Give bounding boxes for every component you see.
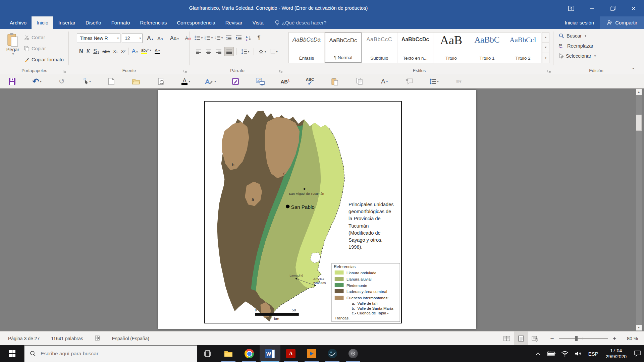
volume-indicator[interactable] [572, 345, 585, 362]
replace-button[interactable]: ab ac Reemplazar [559, 42, 596, 50]
proofing-status[interactable] [95, 335, 101, 342]
justify-button[interactable] [224, 47, 234, 56]
read-mode-button[interactable] [500, 331, 514, 346]
taskbar-word[interactable]: W [260, 345, 280, 362]
tab-revisar[interactable]: Revisar [220, 16, 248, 29]
copy-button[interactable]: Copiar [24, 45, 64, 53]
select-dropdown-caret[interactable]: ▾ [594, 54, 596, 58]
underline-button[interactable]: S▾ [92, 48, 101, 54]
tab-formato[interactable]: Formato [106, 16, 135, 29]
grow-font-button[interactable]: A▲ [145, 35, 156, 42]
font-color-quick-caret[interactable]: ▾ [189, 80, 190, 83]
search-input[interactable] [40, 350, 175, 357]
map-figure[interactable]: b c a San Miguel de Tucumán San Pablo La… [204, 101, 402, 323]
taskbar-search[interactable] [24, 345, 197, 362]
decrease-indent-button[interactable] [224, 34, 233, 42]
vertical-scrollbar[interactable]: ▲ ▼ [636, 88, 642, 331]
bullet-list-caret[interactable]: ▾ [201, 36, 203, 40]
highlight-color-button[interactable]: ab🖊▾ [140, 49, 153, 54]
language-indicator[interactable]: Español (España) [112, 336, 149, 341]
taskbar-media-player[interactable] [301, 345, 322, 362]
tab-referencias[interactable]: Referencias [135, 16, 172, 29]
align-right-button[interactable] [214, 47, 223, 56]
style-titulo-1[interactable]: AaBbC Título 1 [469, 33, 505, 63]
numbered-list-button[interactable]: 1 2 3 ▾ [204, 34, 213, 42]
text-effects-quick-caret[interactable]: ▾ [214, 80, 216, 83]
format-painter-button[interactable]: Copiar formato [24, 56, 64, 64]
style-titulo[interactable]: AaB Título [433, 33, 469, 63]
styles-gallery-expand-button[interactable]: ⇟ [542, 53, 549, 63]
tab-archivo[interactable]: Archivo [5, 16, 32, 29]
undo-button[interactable]: ↶ ▾ [30, 76, 44, 87]
line-spacing-quick-caret[interactable]: ▾ [437, 80, 439, 83]
document-page[interactable]: b c a San Miguel de Tucumán San Pablo La… [158, 90, 476, 329]
touch-select-caret[interactable]: ▾ [89, 80, 91, 83]
tell-me-box[interactable]: ¿Qué desea hacer? [269, 16, 559, 29]
select-button[interactable]: Seleccionar ▾ [559, 52, 596, 60]
minimize-button[interactable] [582, 0, 602, 16]
text-effects-quick-button[interactable]: A ▾ [203, 76, 218, 87]
close-button[interactable] [623, 0, 644, 16]
font-color-quick-button[interactable]: A ▾ [178, 76, 193, 87]
more-tools-button[interactable]: ≡▾ [451, 76, 466, 87]
restore-button[interactable] [602, 0, 623, 16]
sort-button[interactable]: A Z [245, 34, 253, 42]
style-normal[interactable]: AaBbCcDc ¶ Normal [325, 33, 362, 63]
taskbar-earth-app[interactable] [322, 345, 343, 362]
print-layout-button[interactable] [514, 331, 528, 346]
copy-quick-button[interactable] [352, 76, 367, 87]
strikethrough-button[interactable]: abe [101, 49, 111, 54]
redo-button[interactable]: ↺ [54, 76, 69, 87]
image-screen-button[interactable] [253, 76, 268, 87]
tab-diseno[interactable]: Diseño [80, 16, 106, 29]
multilevel-list-button[interactable]: 1 a i ▾ [214, 34, 223, 42]
paste-button[interactable]: Pegar ▾ [3, 33, 22, 69]
paragraph-dialog-launcher[interactable] [279, 68, 283, 73]
multilevel-list-caret[interactable]: ▾ [221, 36, 223, 40]
align-left-button[interactable] [194, 47, 203, 56]
zoom-level[interactable]: 80 % [623, 336, 638, 341]
word-count[interactable]: 11641 palabras [51, 336, 83, 341]
taskbar-acrobat[interactable]: A [280, 345, 301, 362]
font-family-combobox[interactable]: Times New R ▾ [77, 34, 120, 43]
web-layout-button[interactable] [528, 331, 542, 346]
print-preview-button[interactable] [154, 76, 168, 87]
bullet-list-button[interactable]: ▾ [194, 34, 203, 42]
action-center-button[interactable] [631, 345, 644, 362]
cut-button[interactable]: Cortar [24, 34, 64, 42]
style-texto-en-negrita[interactable]: AaBbCcDc Texto en n... [397, 33, 433, 63]
scrollbar-thumb[interactable] [636, 115, 642, 131]
tab-vista[interactable]: Vista [248, 16, 269, 29]
shading-button[interactable]: ▾ [257, 47, 267, 56]
increase-indent-button[interactable] [234, 34, 243, 42]
borders-button[interactable]: ▾ [269, 47, 279, 56]
change-case-button[interactable]: Aa▾ [168, 35, 180, 41]
scroll-up-button[interactable]: ▲ [636, 89, 642, 95]
borders-caret[interactable]: ▾ [276, 50, 278, 53]
ribbon-display-options-button[interactable] [561, 0, 582, 16]
shading-caret[interactable]: ▾ [265, 50, 266, 53]
subscript-button[interactable]: X₂ [111, 49, 119, 54]
tab-insertar[interactable]: Insertar [53, 16, 80, 29]
open-folder-button[interactable] [129, 76, 144, 87]
align-center-button[interactable] [204, 47, 213, 56]
tab-inicio[interactable]: Inicio [32, 16, 53, 29]
find-dropdown-caret[interactable]: ▾ [585, 34, 586, 38]
paste-quick-button[interactable] [327, 76, 342, 87]
style-titulo-2[interactable]: AaBbCcI Título 2 [505, 33, 541, 63]
undo-dropdown-caret[interactable]: ▾ [40, 80, 42, 83]
sign-in-link[interactable]: Iniciar sesión [559, 16, 600, 29]
font-size-quick-caret[interactable]: ▾ [386, 80, 388, 83]
taskbar-camera-app[interactable] [343, 345, 364, 362]
numbered-list-caret[interactable]: ▾ [211, 36, 213, 40]
task-view-button[interactable] [197, 345, 218, 362]
taskbar-chrome[interactable] [239, 345, 260, 362]
tray-chevron-button[interactable] [531, 345, 545, 362]
scroll-down-button[interactable]: ▼ [636, 325, 642, 330]
font-size-quick-button[interactable]: A ▾ [377, 76, 392, 87]
bold-button[interactable]: N [77, 48, 85, 54]
zoom-out-button[interactable]: − [549, 335, 555, 342]
find-button[interactable]: Buscar ▾ [559, 32, 596, 40]
start-button[interactable] [0, 345, 24, 362]
spelling-button[interactable]: ABC ✓ [303, 76, 317, 87]
